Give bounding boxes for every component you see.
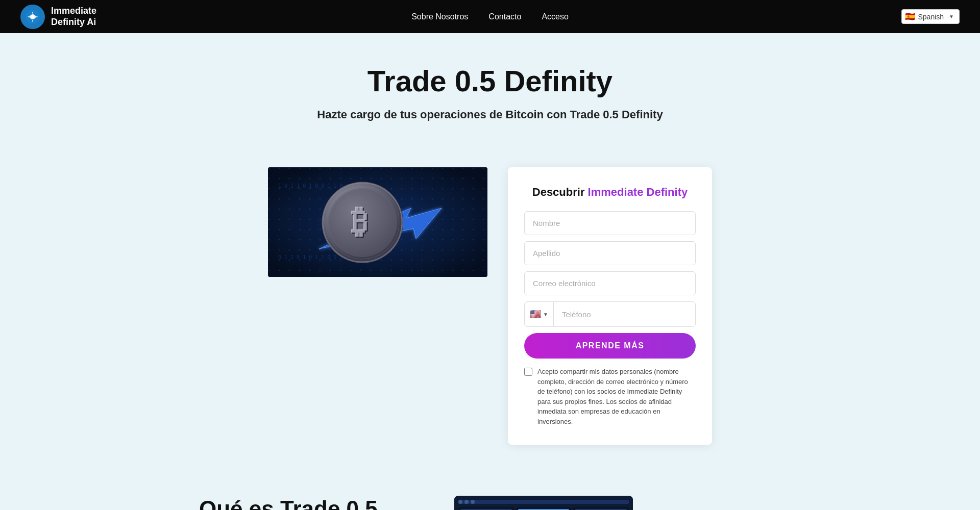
consent-row: Acepto compartir mis datos personales (n… (524, 367, 696, 426)
svg-text:0 1 1 0 1 0 1 1 0 0 1: 0 1 1 0 1 0 1 1 0 0 1 (278, 254, 342, 260)
content-row: 1 0 1 1 0 1 0 0 1 1 0 0 1 1 0 1 0 1 1 0 … (158, 167, 822, 475)
nav-sobre-nosotros[interactable]: Sobre Nosotros (411, 12, 468, 21)
form-heading-normal: Descubrir (532, 186, 585, 198)
bottom-title: Qué es Trade 0.5 (199, 496, 413, 510)
hero-subtitle: Hazte cargo de tus operaciones de Bitcoi… (10, 108, 970, 121)
signup-form-card: Descubrir Immediate Definity 🇺🇸 ▼ APREND… (508, 167, 712, 445)
hero-section: Trade 0.5 Definity Hazte cargo de tus op… (0, 33, 980, 167)
page-title: Trade 0.5 Definity (10, 64, 970, 98)
consent-checkbox[interactable] (524, 368, 532, 376)
phone-flag-icon: 🇺🇸 (530, 309, 541, 320)
svg-text:1 0 1 1 0 1 0 0 1 1 0: 1 0 1 1 0 1 0 0 1 1 0 (278, 183, 342, 189)
email-input[interactable] (524, 271, 696, 295)
screen-content (458, 507, 629, 510)
brand-logo-icon (20, 5, 45, 29)
bitcoin-hero-image: 1 0 1 1 0 1 0 0 1 1 0 0 1 1 0 1 0 1 1 0 … (268, 167, 487, 277)
nav-contacto[interactable]: Contacto (488, 12, 521, 21)
screen-col-1 (458, 507, 514, 510)
form-heading: Descubrir Immediate Definity (524, 186, 696, 199)
dot-3 (471, 500, 475, 504)
language-flag: 🇪🇸 (905, 12, 915, 21)
chevron-down-icon: ▼ (949, 14, 954, 19)
name-input[interactable] (524, 211, 696, 235)
bottom-section: Qué es Trade 0.5 (158, 475, 822, 510)
dot-2 (464, 500, 469, 504)
brand-name: Immediate Definity Ai (51, 6, 96, 28)
screen-mockup (454, 496, 633, 510)
platform-screenshot (454, 496, 633, 510)
navbar: Immediate Definity Ai Sobre Nosotros Con… (0, 0, 980, 33)
screen-bar (458, 500, 629, 504)
form-heading-accent: Immediate Definity (588, 186, 688, 198)
svg-text:₿: ₿ (351, 203, 368, 240)
brand-logo-link[interactable]: Immediate Definity Ai (20, 5, 96, 29)
submit-button[interactable]: APRENDE MÁS (524, 333, 696, 359)
nav-acceso[interactable]: Acceso (542, 12, 568, 21)
chevron-down-icon: ▼ (543, 312, 548, 317)
language-label: Spanish (918, 13, 944, 21)
screen-col-3 (573, 507, 629, 510)
screen-col-2 (516, 507, 572, 510)
phone-country-selector[interactable]: 🇺🇸 ▼ (525, 302, 554, 326)
phone-input[interactable] (554, 303, 695, 326)
language-selector[interactable]: 🇪🇸 Spanish ▼ (901, 9, 960, 24)
lastname-input[interactable] (524, 241, 696, 265)
dot-1 (458, 500, 462, 504)
main-nav: Sobre Nosotros Contacto Acceso (411, 12, 569, 21)
phone-field-container: 🇺🇸 ▼ (524, 301, 696, 327)
svg-point-1 (31, 15, 34, 18)
consent-label: Acepto compartir mis datos personales (n… (537, 367, 696, 426)
